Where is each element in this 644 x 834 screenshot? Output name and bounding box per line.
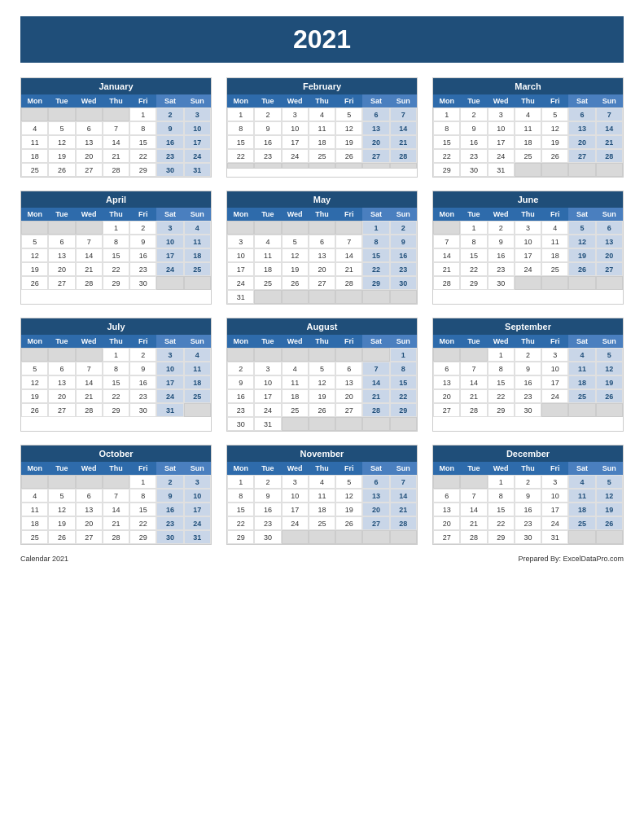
day-cell: 30 (129, 276, 156, 290)
day-header-sat: Sat (568, 462, 595, 475)
day-cell: 12 (596, 362, 623, 375)
day-headers-row: MonTueWedThuFriSatSun (433, 335, 623, 348)
day-cell: 17 (488, 135, 515, 149)
day-cell: 13 (596, 235, 623, 248)
day-cell: 13 (362, 121, 389, 135)
day-header-fri: Fri (541, 94, 568, 108)
day-cell: 11 (309, 489, 335, 503)
day-header-wed: Wed (76, 94, 103, 108)
day-cell: 12 (335, 121, 362, 135)
month-january: JanuaryMonTueWedThuFriSatSun123456789101… (20, 77, 212, 178)
day-cell: 31 (254, 417, 281, 431)
day-cell: 19 (568, 248, 595, 262)
day-cell: 28 (596, 149, 623, 163)
day-cell: 21 (460, 516, 487, 530)
day-cell: 11 (184, 362, 211, 375)
day-header-sat: Sat (362, 208, 389, 221)
day-cell: 17 (184, 503, 211, 516)
day-cell: 10 (184, 489, 211, 503)
day-headers-row: MonTueWedThuFriSatSun (21, 94, 211, 108)
day-cell: 31 (488, 163, 515, 177)
empty-cell (309, 417, 335, 431)
day-cell: 2 (515, 475, 541, 489)
day-cell: 11 (282, 375, 309, 389)
day-cell: 22 (488, 389, 515, 403)
day-header-mon: Mon (227, 94, 254, 108)
day-cell: 1 (390, 348, 417, 362)
day-cell: 12 (48, 135, 75, 149)
empty-cell (541, 163, 568, 177)
day-cell: 25 (282, 403, 309, 417)
day-cell: 25 (515, 149, 541, 163)
day-header-tue: Tue (460, 94, 487, 108)
day-header-sat: Sat (156, 208, 183, 221)
empty-cell (309, 290, 335, 304)
empty-cell (460, 348, 487, 362)
day-cell: 8 (129, 121, 156, 135)
empty-cell (335, 221, 362, 235)
day-header-tue: Tue (48, 335, 75, 348)
day-cell: 26 (335, 149, 362, 163)
day-cell: 9 (129, 235, 156, 248)
day-cell: 29 (488, 403, 515, 417)
day-cell: 26 (48, 530, 75, 544)
day-cell: 4 (309, 475, 335, 489)
day-cell: 17 (541, 375, 568, 389)
empty-cell (282, 290, 309, 304)
day-cell: 3 (282, 475, 309, 489)
day-cell: 5 (596, 475, 623, 489)
day-cell: 2 (460, 108, 487, 121)
day-cell: 14 (390, 489, 417, 503)
day-header-mon: Mon (433, 462, 460, 475)
month-title-january: January (21, 78, 211, 94)
month-title-june: June (433, 191, 623, 208)
day-cell: 4 (568, 475, 595, 489)
empty-cell (282, 417, 309, 431)
day-cell: 2 (129, 348, 156, 362)
day-header-tue: Tue (254, 462, 281, 475)
empty-cell (227, 221, 254, 235)
day-cell: 7 (390, 475, 417, 489)
day-header-sun: Sun (390, 335, 417, 348)
day-cell: 4 (309, 108, 335, 121)
day-cell: 7 (103, 489, 129, 503)
day-cell: 30 (129, 403, 156, 417)
day-cell: 22 (460, 262, 487, 276)
day-cell: 21 (596, 135, 623, 149)
day-header-fri: Fri (335, 462, 362, 475)
day-cell: 12 (541, 121, 568, 135)
day-cell: 20 (48, 262, 75, 276)
day-cell: 15 (129, 135, 156, 149)
day-header-thu: Thu (515, 462, 541, 475)
empty-cell (596, 530, 623, 544)
day-header-mon: Mon (227, 208, 254, 221)
day-headers-row: MonTueWedThuFriSatSun (21, 335, 211, 348)
day-cell: 8 (103, 362, 129, 375)
day-header-mon: Mon (433, 335, 460, 348)
day-cell: 6 (596, 221, 623, 235)
day-cell: 28 (390, 516, 417, 530)
month-august: AugustMonTueWedThuFriSatSun1234567891011… (226, 318, 418, 432)
day-header-sat: Sat (362, 335, 389, 348)
day-cell: 20 (433, 389, 460, 403)
month-title-october: October (21, 446, 211, 462)
day-header-fri: Fri (335, 208, 362, 221)
empty-cell (254, 348, 281, 362)
month-title-november: November (227, 446, 417, 462)
day-cell: 21 (362, 389, 389, 403)
day-cell: 5 (335, 108, 362, 121)
day-cell: 26 (596, 516, 623, 530)
day-cell: 12 (21, 375, 48, 389)
day-cell: 2 (254, 108, 281, 121)
day-cell: 25 (254, 276, 281, 290)
day-cell: 1 (362, 221, 389, 235)
day-cell: 27 (76, 163, 103, 177)
day-cell: 30 (515, 530, 541, 544)
empty-cell (254, 163, 281, 169)
month-march: MarchMonTueWedThuFriSatSun12345678910111… (432, 77, 624, 178)
day-cell: 4 (568, 348, 595, 362)
month-title-february: February (227, 78, 417, 94)
day-cell: 3 (488, 108, 515, 121)
empty-cell (390, 163, 417, 169)
day-cell: 19 (309, 389, 335, 403)
